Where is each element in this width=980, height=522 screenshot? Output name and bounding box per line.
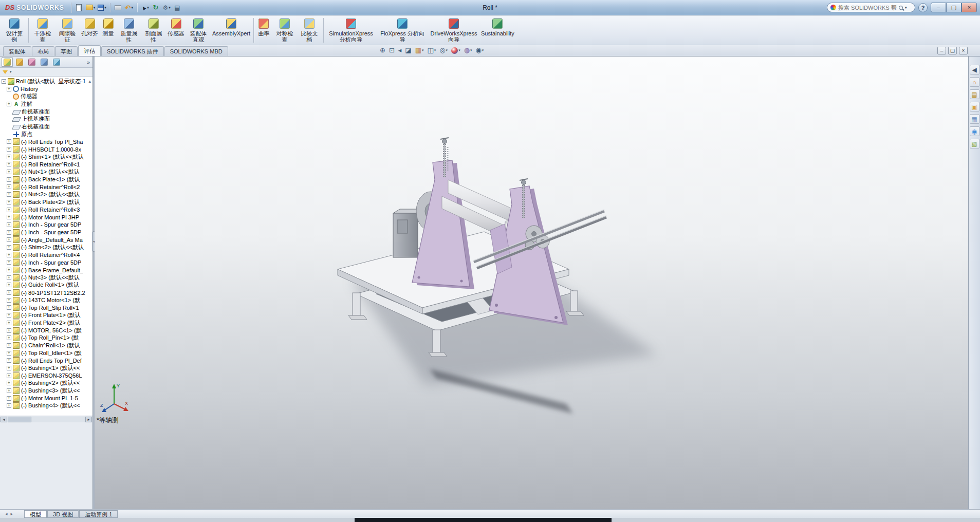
- expand-toggle[interactable]: +: [7, 87, 11, 91]
- tree-item[interactable]: +(-) Shim<1> (默认<<默认: [0, 153, 93, 161]
- expand-toggle[interactable]: +: [7, 396, 11, 401]
- new-document-button[interactable]: [74, 2, 84, 13]
- undo-button[interactable]: ↶▾: [124, 2, 134, 13]
- expand-toggle[interactable]: +: [7, 351, 11, 356]
- motion-tab[interactable]: 模型: [24, 510, 47, 518]
- tree-item[interactable]: +(-) Roll Retainer^Roll<2: [0, 183, 93, 191]
- hide-show-button[interactable]: ◎▾: [438, 46, 449, 54]
- hole-alignment-button[interactable]: 孔对齐: [80, 16, 100, 37]
- tree-filter-row[interactable]: ▾: [0, 68, 93, 77]
- tab-sketch[interactable]: 草图: [55, 46, 78, 56]
- collapse-button[interactable]: ◀: [970, 65, 979, 74]
- search-caret-icon[interactable]: ▾: [905, 6, 907, 10]
- expand-toggle[interactable]: +: [7, 268, 11, 272]
- tab-addins[interactable]: SOLIDWORKS 插件: [101, 46, 164, 56]
- tree-item[interactable]: +(-) Bushing<2> (默认<<: [0, 380, 93, 387]
- design-library-button[interactable]: ▤: [970, 89, 979, 99]
- tree-item[interactable]: +History: [0, 85, 93, 93]
- tree-item[interactable]: +(-) 143TC Motor<1> (默: [0, 296, 93, 304]
- expand-toggle[interactable]: +: [7, 192, 11, 197]
- floxpress-button[interactable]: FloXpress 分析向导: [377, 16, 428, 43]
- expand-toggle[interactable]: +: [7, 358, 11, 363]
- expand-toggle[interactable]: +: [7, 343, 11, 348]
- tree-item[interactable]: +(-) Roll Ends Top Pl_Sha: [0, 138, 93, 146]
- expand-toggle[interactable]: +: [7, 177, 11, 182]
- expand-toggle[interactable]: +: [7, 245, 11, 250]
- featuremanager-tab[interactable]: [2, 57, 13, 67]
- tree-item[interactable]: +(-) Nut<3> (默认<<默认: [0, 274, 93, 282]
- scroll-right-icon[interactable]: ▸: [85, 417, 92, 422]
- zoom-fit-button[interactable]: ⊕: [379, 46, 386, 54]
- apply-scene-button[interactable]: ◍▾: [463, 46, 473, 54]
- open-button[interactable]: ▾: [85, 2, 97, 13]
- view-orientation-button[interactable]: ▦▾: [414, 46, 425, 54]
- tree-item[interactable]: +(-) Top Roll_Slip Roll<1: [0, 304, 93, 312]
- search-icon[interactable]: [899, 6, 903, 10]
- motion-scroll-left-icon[interactable]: ◂: [4, 511, 9, 516]
- doc-restore-button[interactable]: ▢: [948, 47, 957, 54]
- simulationxpress-button[interactable]: SimulationXpress 分析向导: [325, 16, 377, 43]
- assembly-model[interactable]: [95, 57, 968, 509]
- minimize-button[interactable]: –: [931, 3, 946, 12]
- curvature-button[interactable]: 曲率: [255, 16, 272, 37]
- tree-item[interactable]: +(-) Angle_Default_As Ma: [0, 236, 93, 244]
- expand-toggle[interactable]: +: [7, 388, 11, 393]
- tree-item[interactable]: +(-) Inch - Spur gear 5DP: [0, 259, 93, 267]
- tree-item[interactable]: +(-) HHSBOLT 1.0000-8x: [0, 145, 93, 153]
- expand-toggle[interactable]: +: [7, 147, 11, 152]
- tree-item[interactable]: +(-) Back Plate<1> (默认: [0, 176, 93, 183]
- propertymanager-tab[interactable]: [14, 57, 25, 67]
- tree-item[interactable]: +(-) Nut<1> (默认<<默认: [0, 168, 93, 176]
- viewport-3d[interactable]: Y X Z *等轴测: [95, 57, 968, 509]
- print-button[interactable]: [113, 2, 123, 13]
- motion-tab[interactable]: 3D 视图: [47, 510, 79, 518]
- tree-item[interactable]: +(-) Base Frame_Default_: [0, 266, 93, 274]
- expand-toggle[interactable]: +: [7, 102, 11, 106]
- scroll-left-icon[interactable]: ◂: [1, 417, 7, 422]
- tree-item[interactable]: +(-) MOTOR, 56C<1> (默: [0, 327, 93, 334]
- assembly-visualization-button[interactable]: 装配体直观: [186, 16, 211, 43]
- expand-toggle[interactable]: +: [7, 381, 11, 385]
- tree-item[interactable]: +(-) Motor Mount Pl 3HP: [0, 213, 93, 221]
- expand-toggle[interactable]: +: [7, 208, 11, 212]
- doc-close-button[interactable]: ×: [959, 47, 968, 54]
- expand-toggle[interactable]: +: [7, 283, 11, 287]
- tree-item[interactable]: +(-) Front Plate<2> (默认: [0, 319, 93, 327]
- tree-item[interactable]: 右视基准面: [0, 123, 93, 130]
- help-button[interactable]: ?: [918, 3, 928, 12]
- tree-item[interactable]: +(-) Roll Retainer^Roll<4: [0, 251, 93, 259]
- driveworksxpress-button[interactable]: DriveWorksXpress 向导: [428, 16, 479, 43]
- expand-toggle[interactable]: +: [7, 200, 11, 204]
- appearances-button[interactable]: ◉: [970, 126, 979, 136]
- tree-item[interactable]: +(-) Shim<2> (默认<<默认: [0, 244, 93, 251]
- sustainability-button[interactable]: Sustainability: [479, 16, 516, 37]
- close-button[interactable]: ×: [961, 3, 977, 12]
- search-box[interactable]: ▾: [827, 3, 915, 12]
- tree-item[interactable]: +(-) Top Roll_Idler<1> (默: [0, 349, 93, 357]
- configurationmanager-tab[interactable]: [26, 57, 38, 67]
- panel-overflow-chevron[interactable]: »: [87, 59, 91, 65]
- tree-item[interactable]: +(-) Bushing<4> (默认<<: [0, 402, 93, 410]
- tree-item[interactable]: +(-) Back Plate<2> (默认: [0, 198, 93, 206]
- expand-toggle[interactable]: +: [7, 184, 11, 189]
- symmetry-check-button[interactable]: 对称检查: [272, 16, 297, 43]
- view-palette-button[interactable]: ▦: [970, 114, 979, 124]
- section-view-button[interactable]: ◪: [404, 46, 412, 54]
- expand-toggle[interactable]: +: [7, 170, 11, 174]
- expand-toggle[interactable]: +: [7, 222, 11, 227]
- expand-toggle[interactable]: +: [7, 298, 11, 303]
- compare-documents-button[interactable]: 比较文档: [297, 16, 322, 43]
- expand-toggle[interactable]: +: [7, 374, 11, 378]
- tree-scroll-up-icon[interactable]: ▴: [88, 79, 93, 84]
- tree-root-item[interactable]: -Roll (默认<默认_显示状态-1▴: [0, 78, 93, 85]
- measure-button[interactable]: 测量: [100, 16, 117, 37]
- clearance-verification-button[interactable]: 间隙验证: [55, 16, 80, 43]
- doc-minimize-button[interactable]: –: [937, 47, 946, 54]
- expand-toggle[interactable]: +: [7, 139, 11, 144]
- expand-toggle[interactable]: +: [7, 328, 11, 333]
- tree-item[interactable]: 传感器: [0, 92, 93, 100]
- display-style-button[interactable]: ◫▾: [426, 46, 437, 54]
- tab-assembly[interactable]: 装配体: [3, 46, 31, 56]
- tab-mbd[interactable]: SOLIDWORKS MBD: [164, 46, 228, 56]
- filter-caret-icon[interactable]: ▾: [10, 70, 12, 74]
